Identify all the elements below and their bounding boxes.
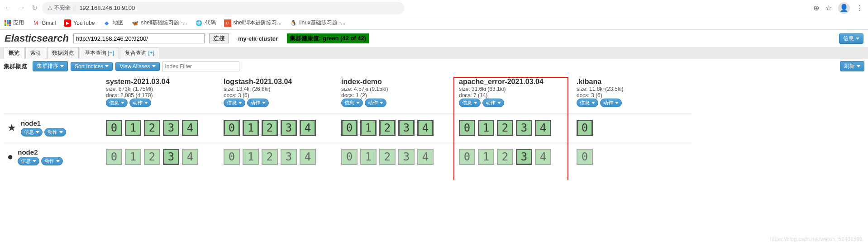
shard-box[interactable]: 2 (144, 149, 160, 165)
node-info-button[interactable]: 信息 (21, 128, 43, 137)
shard-box[interactable]: 2 (379, 149, 396, 165)
info-top-button[interactable]: 信息 (839, 33, 863, 44)
address-bar[interactable]: ⚠ 不安全 | 192.168.246.10:9100 (42, 2, 404, 14)
maps-icon: ◆ (103, 19, 110, 27)
connect-button[interactable]: 连接 (209, 33, 229, 43)
shard-box[interactable]: 3 (516, 149, 532, 165)
shard-box[interactable]: 3 (163, 149, 179, 165)
shard-box[interactable]: 3 (163, 120, 179, 136)
shard-box[interactable]: 3 (281, 120, 297, 136)
star-icon[interactable]: ☆ (825, 4, 832, 12)
shard-box[interactable]: 4 (535, 149, 551, 165)
index-filter-input[interactable] (162, 61, 239, 71)
bookmark-youtube[interactable]: ▶YouTube (64, 19, 95, 27)
shard-box[interactable]: 2 (144, 120, 160, 136)
shard-box[interactable]: 3 (398, 120, 415, 136)
refresh-button[interactable]: 刷新 (840, 61, 864, 71)
shard-box[interactable]: 3 (516, 120, 532, 136)
search-icon[interactable]: ⊕ (813, 4, 819, 12)
shard-box[interactable]: 0 (577, 149, 593, 165)
shard-box[interactable]: 0 (577, 120, 593, 136)
shard-box[interactable]: 1 (360, 120, 377, 136)
index-name: apache_error-2021.03.04 (459, 78, 571, 86)
index-header: system-2021.03.04 size: 873ki (1.75Mi) d… (103, 77, 221, 113)
back-icon[interactable]: ← (5, 4, 12, 12)
bookmark-code[interactable]: 🌐代码 (196, 19, 216, 27)
shard-box[interactable]: 0 (106, 120, 122, 136)
shard-box[interactable]: 2 (379, 120, 396, 136)
view-aliases-button[interactable]: View Aliases (115, 62, 159, 71)
shard-box[interactable]: 2 (497, 120, 513, 136)
shard-box[interactable]: 1 (243, 120, 259, 136)
shard-box[interactable]: 1 (360, 149, 377, 165)
index-action-button[interactable]: 动作 (600, 99, 622, 107)
caret-down-icon (152, 65, 156, 67)
index-info-button[interactable]: 信息 (106, 99, 128, 107)
shard-box[interactable]: 4 (417, 120, 434, 136)
bookmark-linux[interactable]: 🐧linux基础练习题 -... (290, 19, 345, 27)
shard-box[interactable]: 0 (341, 120, 358, 136)
index-column: .kibana size: 11.8ki (23.5ki) docs: 3 (6… (574, 77, 692, 171)
index-action-button[interactable]: 动作 (247, 99, 269, 107)
shard-box[interactable]: 0 (224, 120, 240, 136)
shard-box[interactable]: 2 (497, 149, 513, 165)
index-header: apache_error-2021.03.04 size: 31.6ki (63… (456, 77, 574, 113)
shard-box[interactable]: 0 (459, 149, 475, 165)
shard-box[interactable]: 0 (459, 120, 475, 136)
forward-icon[interactable]: → (18, 4, 25, 12)
apps-button[interactable]: 应用 (5, 19, 24, 27)
shard-box[interactable]: 3 (398, 149, 415, 165)
caret-down-icon (856, 38, 859, 40)
index-column: logstash-2021.03.04 size: 13.4ki (26.8ki… (221, 77, 339, 171)
node-column: ★ node1 信息 动作 ● node2 信息 动作 (4, 77, 103, 171)
shard-box[interactable]: 0 (224, 149, 240, 165)
tab-browser[interactable]: 数据浏览 (47, 47, 79, 59)
index-action-button[interactable]: 动作 (482, 99, 504, 107)
caret-down-icon (105, 65, 109, 67)
sort-cluster-button[interactable]: 集群排序 (33, 61, 68, 71)
linux-icon: 🐧 (290, 19, 297, 27)
shard-box[interactable]: 4 (300, 149, 316, 165)
cluster-name: my-elk-cluster (238, 35, 278, 42)
shard-box[interactable]: 1 (125, 149, 141, 165)
menu-icon[interactable]: ⋮ (856, 4, 863, 12)
tab-compound-query[interactable]: 复合查询 [+] (120, 47, 159, 59)
shard-box[interactable]: 0 (341, 149, 358, 165)
bookmark-shell1[interactable]: 🦋shell基础练习题 -... (132, 19, 187, 27)
node-name: node1 (21, 119, 66, 127)
index-info-button[interactable]: 信息 (577, 99, 598, 107)
tab-basic-query[interactable]: 基本查询 [+] (80, 47, 119, 59)
index-docs: docs: 2,085 (4,170) (106, 92, 218, 99)
shard-box[interactable]: 1 (243, 149, 259, 165)
index-info-button[interactable]: 信息 (224, 99, 245, 107)
shard-box[interactable]: 2 (262, 120, 278, 136)
es-url-input[interactable] (73, 33, 205, 43)
profile-avatar[interactable]: 👤 (838, 2, 850, 14)
reload-icon[interactable]: ↻ (32, 4, 38, 12)
shard-box[interactable]: 2 (262, 149, 278, 165)
sort-indices-button[interactable]: Sort Indices (71, 62, 113, 71)
shard-box[interactable]: 0 (106, 149, 122, 165)
bookmark-shell2[interactable]: Cshell脚本进阶练习... (224, 19, 282, 27)
shard-box[interactable]: 4 (182, 120, 198, 136)
shard-box[interactable]: 4 (182, 149, 198, 165)
bookmark-maps[interactable]: ◆地图 (103, 19, 124, 27)
node-action-button[interactable]: 动作 (41, 157, 63, 165)
shard-box[interactable]: 4 (535, 120, 551, 136)
index-action-button[interactable]: 动作 (129, 99, 151, 107)
node-action-button[interactable]: 动作 (44, 128, 66, 137)
shard-box[interactable]: 4 (417, 149, 434, 165)
tab-indices[interactable]: 索引 (25, 47, 46, 59)
index-info-button[interactable]: 信息 (459, 99, 481, 107)
shard-box[interactable]: 3 (281, 149, 297, 165)
node-info-button[interactable]: 信息 (18, 157, 39, 165)
shard-box[interactable]: 4 (300, 120, 316, 136)
shard-row: 0 (574, 142, 692, 171)
bookmark-gmail[interactable]: MGmail (32, 19, 56, 27)
shard-box[interactable]: 1 (125, 120, 141, 136)
tab-overview[interactable]: 概览 (4, 47, 24, 59)
index-action-button[interactable]: 动作 (365, 99, 386, 107)
shard-box[interactable]: 1 (478, 149, 494, 165)
index-info-button[interactable]: 信息 (341, 99, 363, 107)
shard-box[interactable]: 1 (478, 120, 494, 136)
